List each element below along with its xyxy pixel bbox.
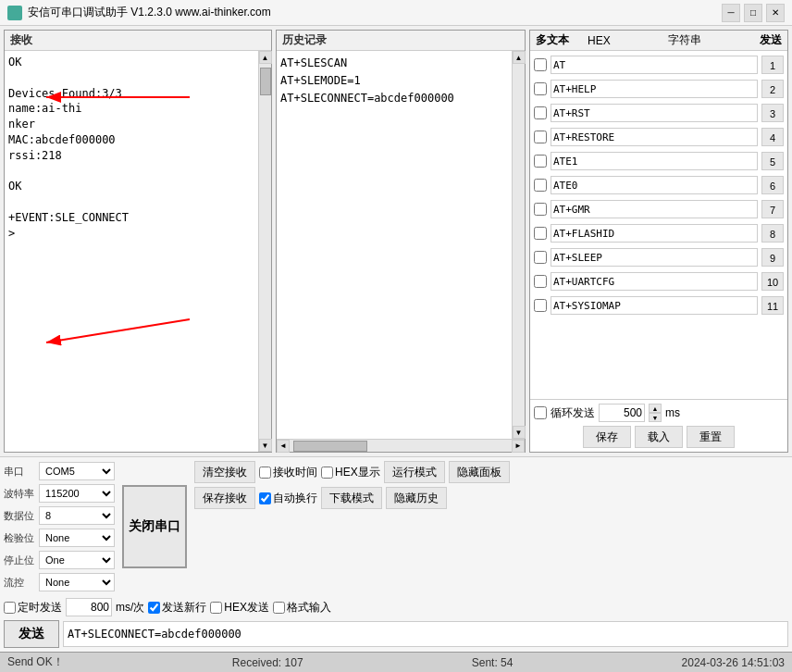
mt-input-2[interactable] — [551, 80, 758, 98]
vscroll-up-icon[interactable]: ▲ — [259, 51, 272, 64]
panels-row: 接收 OK Devices Found:3/3 name:ai-thi nker… — [0, 26, 792, 456]
timed-send-checkbox[interactable] — [4, 602, 16, 614]
timed-interval-input[interactable] — [66, 598, 112, 616]
auto-newline-checkbox[interactable] — [259, 492, 271, 504]
port-setting: 串口 COM5 — [4, 461, 115, 481]
mt-input-4[interactable] — [551, 128, 758, 146]
mt-checkbox-1[interactable] — [534, 58, 547, 71]
mt-send-btn-1[interactable]: 1 — [761, 56, 784, 74]
baud-select[interactable]: 115200 — [39, 484, 115, 503]
mt-input-10[interactable] — [551, 272, 758, 291]
load-multitext-button[interactable]: 载入 — [635, 426, 683, 448]
format-input-checkbox[interactable] — [273, 602, 285, 614]
spin-up-btn[interactable]: ▲ — [649, 404, 662, 413]
save-multitext-button[interactable]: 保存 — [583, 426, 631, 448]
auto-newline-label[interactable]: 自动换行 — [259, 491, 317, 506]
send-newline-label[interactable]: 发送新行 — [148, 600, 206, 616]
mt-input-11[interactable] — [551, 296, 758, 315]
timed-send-label[interactable]: 定时发送 — [4, 600, 62, 616]
mt-checkbox-10[interactable] — [534, 275, 547, 288]
flow-select[interactable]: None — [39, 573, 115, 591]
history-textarea[interactable]: AT+SLESCAN AT+SLEMODE=1 AT+SLECONNECT=ab… — [277, 51, 512, 439]
reset-multitext-button[interactable]: 重置 — [687, 426, 735, 448]
mt-send-btn-3[interactable]: 3 — [761, 104, 784, 122]
send-text-input[interactable] — [63, 621, 788, 647]
multitext-str-label: 字符串 — [629, 32, 741, 48]
mt-input-1[interactable] — [551, 56, 758, 74]
open-close-serial-button[interactable]: 关闭串口 — [122, 485, 187, 568]
app-icon — [7, 6, 22, 20]
mt-input-7[interactable] — [551, 200, 758, 218]
send-ok-status: Send OK！ — [7, 654, 64, 670]
mt-input-3[interactable] — [551, 104, 758, 122]
hex-display-label[interactable]: HEX显示 — [321, 465, 380, 480]
format-input-label[interactable]: 格式输入 — [273, 600, 331, 616]
history-vscrollbar[interactable]: ▲ ▼ — [512, 51, 525, 439]
recv-time-checkbox[interactable] — [259, 467, 271, 479]
mt-checkbox-7[interactable] — [534, 203, 547, 216]
mt-send-btn-2[interactable]: 2 — [761, 80, 784, 98]
mt-input-8[interactable] — [551, 224, 758, 243]
hhscroll-thumb[interactable] — [293, 441, 367, 452]
mt-checkbox-4[interactable] — [534, 131, 547, 143]
list-item: 11 — [530, 293, 787, 317]
list-item: 6 — [530, 173, 787, 197]
timed-send-options: 定时发送 ms/次 发送新行 HEX发送 格式输入 — [4, 598, 331, 616]
run-mode-button[interactable]: 运行模式 — [384, 461, 445, 483]
hvscroll-down-icon[interactable]: ▼ — [513, 426, 526, 439]
hhscroll-right-icon[interactable]: ► — [512, 440, 525, 453]
receive-vscrollbar[interactable]: ▲ ▼ — [258, 51, 271, 452]
mt-send-btn-11[interactable]: 11 — [761, 296, 784, 315]
hide-panel-button[interactable]: 隐藏面板 — [449, 461, 510, 483]
hex-display-text: HEX显示 — [335, 465, 380, 480]
mt-checkbox-3[interactable] — [534, 106, 547, 119]
mt-input-9[interactable] — [551, 248, 758, 267]
cycle-interval-input[interactable] — [599, 404, 645, 422]
hide-history-button[interactable]: 隐藏历史 — [386, 487, 447, 509]
mt-send-btn-10[interactable]: 10 — [761, 272, 784, 291]
hvscroll-up-icon[interactable]: ▲ — [513, 51, 526, 64]
minimize-button[interactable]: ─ — [722, 4, 740, 22]
mt-send-btn-6[interactable]: 6 — [761, 176, 784, 194]
port-select[interactable]: COM5 — [39, 462, 115, 480]
mt-send-btn-8[interactable]: 8 — [761, 224, 784, 243]
mt-checkbox-6[interactable] — [534, 179, 547, 192]
save-receive-button[interactable]: 保存接收 — [194, 487, 255, 509]
mt-send-btn-7[interactable]: 7 — [761, 200, 784, 218]
mt-checkbox-8[interactable] — [534, 227, 547, 240]
check-select[interactable]: None — [39, 529, 115, 547]
mt-send-btn-9[interactable]: 9 — [761, 248, 784, 267]
hex-send-checkbox[interactable] — [210, 602, 222, 614]
recv-time-label[interactable]: 接收时间 — [259, 465, 317, 480]
vscroll-down-icon[interactable]: ▼ — [259, 439, 272, 452]
clear-receive-button[interactable]: 清空接收 — [194, 461, 255, 483]
mt-checkbox-11[interactable] — [534, 299, 547, 312]
close-button[interactable]: ✕ — [766, 4, 785, 22]
stop-label: 停止位 — [4, 554, 39, 567]
cycle-label: 循环发送 — [551, 405, 595, 421]
spin-down-btn[interactable]: ▼ — [649, 413, 662, 422]
vscroll-thumb[interactable] — [260, 68, 271, 95]
receive-textarea[interactable]: OK Devices Found:3/3 name:ai-thi nker MA… — [5, 51, 258, 452]
mt-checkbox-5[interactable] — [534, 155, 547, 168]
mt-send-btn-4[interactable]: 4 — [761, 128, 784, 146]
download-mode-button[interactable]: 下载模式 — [321, 487, 382, 509]
cycle-unit: ms — [665, 406, 680, 419]
mt-send-btn-5[interactable]: 5 — [761, 152, 784, 170]
mt-input-5[interactable] — [551, 152, 758, 170]
hex-send-label[interactable]: HEX发送 — [210, 600, 269, 616]
data-select[interactable]: 8 — [39, 506, 115, 525]
maximize-button[interactable]: □ — [744, 4, 762, 22]
hex-display-checkbox[interactable] — [321, 467, 333, 479]
hhscroll-left-icon[interactable]: ◄ — [277, 440, 290, 453]
cycle-checkbox[interactable] — [534, 406, 547, 419]
mt-checkbox-9[interactable] — [534, 251, 547, 264]
history-hscrollbar[interactable]: ◄ ► — [277, 439, 525, 452]
mt-input-6[interactable] — [551, 176, 758, 194]
title-bar-controls[interactable]: ─ □ ✕ — [722, 4, 785, 22]
send-button[interactable]: 发送 — [4, 620, 59, 648]
multitext-footer: 循环发送 ▲ ▼ ms 保存 载入 重置 — [530, 399, 787, 452]
mt-checkbox-2[interactable] — [534, 82, 547, 95]
send-newline-checkbox[interactable] — [148, 602, 160, 614]
stop-select[interactable]: One — [39, 551, 115, 569]
